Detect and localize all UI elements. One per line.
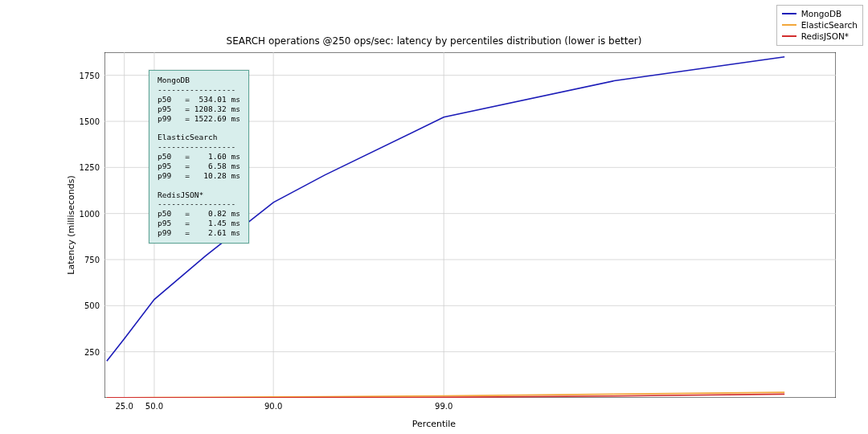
y-tick-label: 1000 [68, 209, 100, 218]
chart-title: SEARCH operations @250 ops/sec: latency … [0, 35, 868, 47]
legend-item-redisjson: RedisJSON* [782, 31, 858, 42]
legend-swatch [782, 13, 796, 14]
x-tick-label: 25.0 [115, 402, 133, 411]
legend: MongoDB ElasticSearch RedisJSON* [776, 5, 863, 46]
x-tick-label: 50.0 [145, 402, 163, 411]
plot-area: MongoDB ----------------- p50 = 534.01 m… [104, 52, 836, 398]
legend-item-mongodb: MongoDB [782, 8, 858, 19]
y-tick-label: 500 [68, 301, 100, 310]
legend-swatch [782, 35, 796, 37]
legend-label: RedisJSON* [801, 31, 849, 42]
y-tick-label: 1750 [68, 71, 100, 80]
legend-swatch [782, 24, 796, 26]
y-tick-label: 250 [68, 347, 100, 356]
stats-box: MongoDB ----------------- p50 = 534.01 m… [149, 70, 249, 244]
x-tick-label: 99.0 [435, 402, 452, 411]
x-tick-label: 90.0 [264, 402, 282, 411]
y-tick-label: 750 [68, 256, 100, 264]
latency-percentile-chart: SEARCH operations @250 ops/sec: latency … [0, 0, 868, 434]
y-tick-label: 1250 [68, 163, 100, 172]
legend-item-elasticsearch: ElasticSearch [782, 19, 858, 31]
legend-label: MongoDB [801, 8, 842, 19]
y-tick-label: 1500 [68, 117, 100, 126]
legend-label: ElasticSearch [801, 19, 858, 31]
x-axis-label: Percentile [0, 419, 868, 429]
